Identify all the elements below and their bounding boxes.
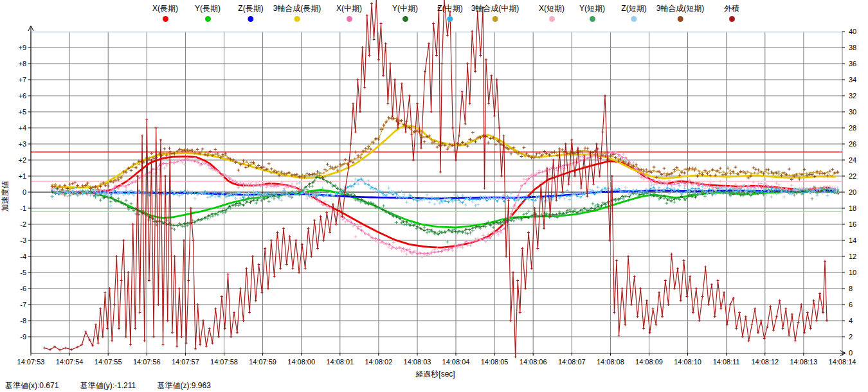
svg-text:14:08:06: 14:08:06 <box>520 358 547 366</box>
svg-text:14:08:07: 14:08:07 <box>558 358 586 366</box>
baseline-readouts: 基準値(x):0.671 基準値(y):-1.211 基準値(z):9.963 <box>5 380 230 391</box>
x-axis-label: 経過秒[sec] <box>400 369 471 380</box>
svg-text:14:07:58: 14:07:58 <box>210 358 238 366</box>
svg-text:14:08:02: 14:08:02 <box>365 358 392 366</box>
y-right-tick-labels: 4038363432302826242220181614121086420 <box>849 28 856 357</box>
svg-text:-3: -3 <box>20 236 26 244</box>
baseline-y-value: 基準値(y):-1.211 <box>80 381 136 390</box>
svg-text:14:08:01: 14:08:01 <box>326 358 354 366</box>
svg-text:36: 36 <box>849 60 856 67</box>
svg-text:+4: +4 <box>18 124 26 132</box>
y-left-tick-labels: +9+8+7+6+5+4+3+2+10-1-2-3-4-5-6-7-8-9 <box>18 44 26 341</box>
svg-text:38: 38 <box>849 44 856 51</box>
svg-text:14: 14 <box>849 236 856 244</box>
svg-text:-8: -8 <box>20 317 26 325</box>
x-tick-labels: 14:07:5314:07:5414:07:5514:07:5614:07:57… <box>17 358 856 366</box>
svg-text:18: 18 <box>849 204 856 212</box>
svg-text:14:08:00: 14:08:00 <box>287 358 315 366</box>
svg-text:14:08:11: 14:08:11 <box>713 358 740 366</box>
svg-text:16: 16 <box>849 220 856 228</box>
svg-text:12: 12 <box>849 253 856 260</box>
svg-text:+8: +8 <box>18 60 26 67</box>
svg-text:14:08:14: 14:08:14 <box>829 358 856 366</box>
svg-text:6: 6 <box>849 301 853 308</box>
svg-text:14:08:05: 14:08:05 <box>481 358 509 366</box>
svg-text:+3: +3 <box>18 140 26 148</box>
svg-text:-9: -9 <box>20 333 26 341</box>
svg-text:32: 32 <box>849 92 856 100</box>
svg-text:14:08:09: 14:08:09 <box>635 358 663 366</box>
svg-text:+1: +1 <box>18 172 26 180</box>
svg-text:14:07:59: 14:07:59 <box>249 358 276 366</box>
svg-text:14:08:13: 14:08:13 <box>790 358 817 366</box>
svg-text:2: 2 <box>849 333 853 341</box>
svg-text:-6: -6 <box>20 285 26 292</box>
svg-text:30: 30 <box>849 108 856 116</box>
svg-text:0: 0 <box>23 188 26 196</box>
svg-text:24: 24 <box>849 156 856 164</box>
svg-text:14:07:57: 14:07:57 <box>172 358 199 366</box>
baseline-x-value: 基準値(x):0.671 <box>5 381 59 390</box>
svg-text:14:08:08: 14:08:08 <box>597 358 624 366</box>
svg-text:14:08:03: 14:08:03 <box>404 358 431 366</box>
svg-text:-2: -2 <box>20 220 26 228</box>
svg-text:22: 22 <box>849 172 856 180</box>
svg-text:+9: +9 <box>18 44 26 51</box>
svg-text:28: 28 <box>849 124 856 132</box>
baseline-z-value: 基準値(z):9.963 <box>158 381 211 390</box>
reference-lines <box>31 32 842 211</box>
svg-text:+6: +6 <box>18 92 26 100</box>
svg-text:26: 26 <box>849 140 856 148</box>
svg-text:14:07:55: 14:07:55 <box>95 358 122 366</box>
svg-text:-5: -5 <box>20 269 26 276</box>
svg-text:8: 8 <box>849 285 853 292</box>
svg-text:-4: -4 <box>20 253 26 260</box>
acceleration-monitor-page: +9+8+7+6+5+4+3+2+10-1-2-3-4-5-6-7-8-9403… <box>0 0 868 392</box>
svg-text:14:08:10: 14:08:10 <box>674 358 701 366</box>
svg-text:+2: +2 <box>18 156 26 164</box>
svg-text:-1: -1 <box>20 204 26 212</box>
svg-text:14:08:04: 14:08:04 <box>442 358 470 366</box>
svg-text:0: 0 <box>849 349 853 357</box>
svg-text:40: 40 <box>849 28 856 35</box>
svg-text:14:07:56: 14:07:56 <box>133 358 161 366</box>
svg-text:+5: +5 <box>18 108 26 116</box>
svg-text:14:07:53: 14:07:53 <box>17 358 45 366</box>
acceleration-chart: +9+8+7+6+5+4+3+2+10-1-2-3-4-5-6-7-8-9403… <box>0 0 868 392</box>
svg-text:-7: -7 <box>20 301 26 308</box>
svg-text:20: 20 <box>849 188 856 196</box>
y-axis-label: 加速度値 <box>0 176 11 217</box>
svg-text:34: 34 <box>849 76 856 84</box>
svg-text:4: 4 <box>849 317 853 325</box>
svg-text:10: 10 <box>849 269 856 276</box>
svg-text:+7: +7 <box>18 76 26 84</box>
svg-text:14:08:12: 14:08:12 <box>751 358 779 366</box>
svg-text:14:07:54: 14:07:54 <box>56 358 84 366</box>
